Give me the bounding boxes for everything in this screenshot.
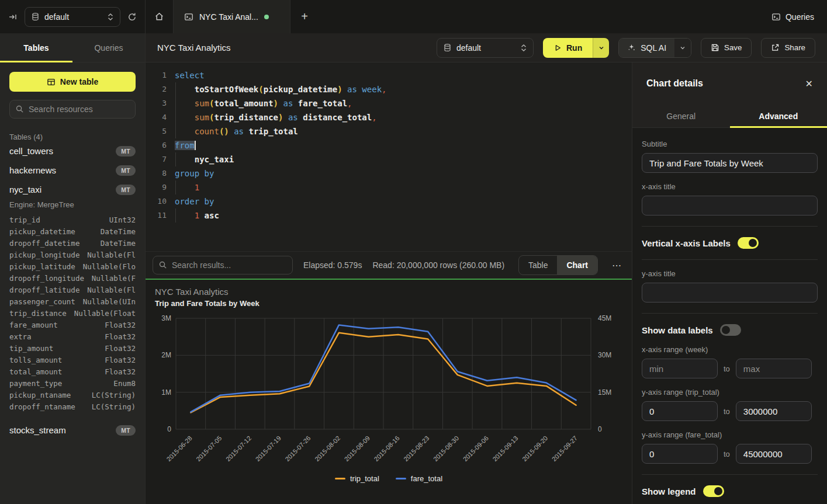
column-row: trip_idUInt32 (9, 214, 136, 225)
column-name: pickup_latitude (9, 262, 75, 271)
new-table-button[interactable]: New table (9, 72, 136, 92)
subtitle-input[interactable] (642, 153, 818, 173)
run-button[interactable]: Run (543, 38, 593, 58)
code-line: 8group by (146, 166, 632, 180)
chart-plot: 3M45M2M30M1M15M002015-06-282015-07-05201… (155, 311, 622, 474)
column-type: Float32 (105, 332, 136, 341)
sql-ai-button[interactable]: SQL AI (619, 39, 674, 57)
y-axis-title-input[interactable] (642, 283, 818, 303)
results-toolbar: Elapsed: 0.579s Read: 20,000,000 rows (2… (146, 251, 632, 279)
resource-search-input[interactable] (9, 100, 136, 119)
divider (642, 313, 818, 314)
svg-text:2015-08-09: 2015-08-09 (343, 435, 371, 463)
terminal-icon (184, 12, 193, 22)
column-row: pickup_longitudeNullable(Fl (9, 249, 136, 260)
query-title: NYC Taxi Analytics (157, 43, 427, 53)
column-name: dropoff_longitude (9, 274, 84, 283)
x-range-max-input[interactable] (736, 359, 812, 378)
close-icon[interactable]: ✕ (805, 78, 813, 89)
y-range-fare-max-input[interactable] (736, 444, 812, 464)
new-tab-button[interactable]: + (290, 0, 319, 33)
y-range-trip-min-input[interactable] (642, 401, 718, 421)
vertical-x-labels-toggle[interactable] (738, 237, 759, 249)
column-type: UInt32 (109, 215, 136, 224)
save-button[interactable]: Save (701, 38, 752, 58)
table-grid-icon (47, 78, 56, 86)
svg-text:2015-07-26: 2015-07-26 (283, 435, 312, 463)
chart-details-panel: Chart details ✕ General Advanced Subtitl… (632, 62, 827, 504)
code-line: 7 nyc_taxi (146, 152, 632, 166)
column-row: pickup_latitudeNullable(Flo (9, 260, 136, 272)
table-row[interactable]: stocks_streamMT (9, 420, 136, 440)
table-row[interactable]: cell_towersMT (9, 141, 136, 161)
chevron-updown-icon (520, 44, 527, 52)
svg-text:2015-07-05: 2015-07-05 (195, 435, 223, 463)
svg-text:1M: 1M (161, 388, 171, 397)
line-number: 11 (146, 208, 167, 223)
line-number: 7 (146, 152, 167, 166)
table-row[interactable]: nyc_taxiMT (9, 180, 136, 199)
search-icon (15, 105, 24, 113)
share-button[interactable]: Share (761, 38, 815, 58)
table-view-button[interactable]: Table (519, 256, 557, 274)
legend-item[interactable]: fare_total (396, 474, 442, 483)
sql-editor[interactable]: 1select2 toStartOfWeek(pickup_datetime) … (146, 62, 632, 251)
column-type: Nullable(Fl (87, 286, 136, 294)
column-name: payment_type (9, 379, 62, 388)
y-range-fare-min-input[interactable] (642, 444, 718, 464)
table-name: hackernews (9, 165, 56, 175)
x-range-min-input[interactable] (642, 359, 718, 378)
toggle-knob (722, 326, 730, 334)
queries-button[interactable]: Queries (759, 0, 827, 33)
divider (642, 474, 818, 475)
column-row: payment_typeEnum8 (9, 377, 136, 389)
database-selector[interactable]: default (25, 7, 120, 27)
column-row: total_amountFloat32 (9, 366, 136, 377)
column-type: Nullable(Flo (83, 262, 136, 271)
code-line: 3 sum(total_amount) as fare_total, (146, 96, 632, 110)
tab-general[interactable]: General (632, 105, 730, 127)
table-row[interactable]: hackernewsMT (9, 161, 136, 180)
y-range-trip-max-input[interactable] (736, 401, 812, 421)
show-data-labels-toggle[interactable] (720, 324, 741, 336)
column-name: trip_id (9, 215, 40, 224)
show-legend-toggle[interactable] (703, 485, 724, 497)
sidebar-tab-queries[interactable]: Queries (72, 33, 145, 62)
terminal-icon (771, 12, 781, 22)
line-number: 5 (146, 124, 167, 138)
to-label: to (724, 407, 730, 416)
app-window: default NYC Taxi Anal... + Que (0, 0, 827, 504)
database-selector-value: default (44, 12, 102, 22)
sidebar-tab-tables[interactable]: Tables (0, 33, 72, 62)
query-tab-label: NYC Taxi Anal... (199, 12, 258, 22)
show-legend-label: Show legend (642, 486, 696, 496)
collapse-sidebar-icon[interactable] (8, 12, 18, 22)
code-line: 10order by (146, 194, 632, 208)
elapsed-stat: Elapsed: 0.579s (303, 260, 362, 270)
tab-advanced[interactable]: Advanced (730, 105, 827, 127)
line-number: 4 (146, 110, 167, 124)
legend-item[interactable]: trip_total (335, 474, 379, 483)
home-tab-button[interactable] (146, 0, 174, 33)
column-type: DateTime (101, 239, 136, 248)
column-type: LC(String) (92, 391, 136, 399)
chart-view-button[interactable]: Chart (557, 256, 597, 274)
more-options-icon[interactable]: ⋯ (608, 260, 625, 271)
code-line: 1select (146, 68, 632, 82)
x-axis-title-input[interactable] (642, 196, 818, 215)
column-type: Float32 (105, 321, 136, 329)
engine-line: Engine: MergeTree (9, 200, 136, 209)
refresh-icon[interactable] (127, 12, 137, 22)
results-search-input[interactable] (153, 256, 293, 274)
run-options-caret[interactable] (593, 38, 609, 58)
top-bar: default NYC Taxi Anal... + Que (0, 0, 827, 33)
column-type: Nullable(UIn (83, 297, 136, 306)
query-tab[interactable]: NYC Taxi Anal... (174, 0, 290, 33)
column-type: Nullable(Float (74, 309, 136, 318)
search-icon (158, 260, 167, 269)
toolbar-database-selector[interactable]: default (437, 38, 534, 58)
divider (642, 226, 818, 227)
sql-ai-caret[interactable] (674, 39, 691, 57)
column-type: Float32 (105, 356, 136, 364)
svg-text:2M: 2M (161, 351, 171, 359)
